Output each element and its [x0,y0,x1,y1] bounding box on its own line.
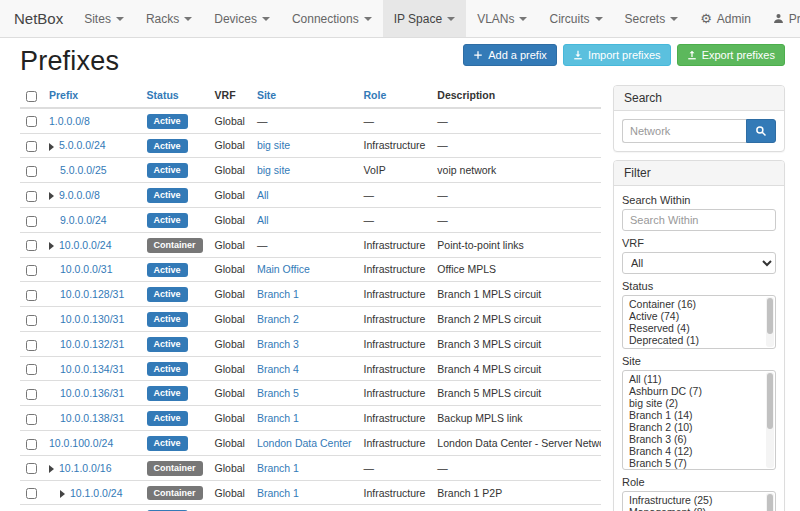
site-link[interactable]: All [257,189,269,201]
site-link[interactable]: Branch 1 [257,462,299,474]
row-checkbox[interactable] [26,191,37,202]
site-label: Site [622,355,776,368]
nav-item-secrets[interactable]: Secrets [614,0,690,37]
listbox-scrollbar[interactable] [766,372,774,468]
vrf-select[interactable]: All [622,252,776,274]
vrf-cell: Global [209,282,251,307]
prefix-link[interactable]: 10.0.0.0/24 [59,239,112,251]
row-checkbox[interactable] [26,166,37,177]
site-link[interactable]: Branch 2 [257,313,299,325]
site-link[interactable]: big site [257,164,290,176]
site-link[interactable]: All [257,214,269,226]
listbox-option[interactable]: Management (8) [623,506,775,511]
row-checkbox[interactable] [26,290,37,301]
listbox-option[interactable]: Branch 2 (10) [623,421,775,433]
prefix-link[interactable]: 10.0.0.136/31 [60,387,124,399]
prefix-link[interactable]: 10.0.0.128/31 [60,288,124,300]
row-checkbox[interactable] [26,116,37,127]
prefix-link[interactable]: 10.0.0.0/31 [60,263,113,275]
row-checkbox[interactable] [26,216,37,227]
column-header-status[interactable]: Status [141,85,209,108]
site-listbox[interactable]: All (11)Ashburn DC (7)big site (2)Branch… [622,370,776,470]
listbox-option[interactable]: Branch 1 (14) [623,409,775,421]
nav-item-circuits[interactable]: Circuits [538,0,613,37]
column-header-site[interactable]: Site [251,85,358,108]
role-cell: Infrastructure [358,307,432,332]
site-link[interactable]: Branch 4 [257,363,299,375]
row-checkbox[interactable] [26,240,37,251]
prefix-link[interactable]: 10.0.0.130/31 [60,313,124,325]
prefix-link[interactable]: 10.0.100.0/24 [49,437,113,449]
listbox-option[interactable]: Infrastructure (25) [623,494,775,506]
listbox-option[interactable]: Container (16) [623,298,775,310]
prefix-link[interactable]: 10.0.0.134/31 [60,363,124,375]
listbox-option[interactable]: Active (74) [623,310,775,322]
listbox-option[interactable]: Reserved (4) [623,322,775,334]
nav-item-sites[interactable]: Sites [73,0,135,37]
description-cell: Branch 5 MPLS circuit [431,381,601,406]
site-link[interactable]: London Data Center [257,437,352,449]
prefix-link[interactable]: 9.0.0.0/8 [59,189,100,201]
nav-item-ip-space[interactable]: IP Space [383,0,466,37]
nav-item-racks[interactable]: Racks [135,0,203,37]
listbox-option[interactable]: COLO-1 (4) [623,469,775,470]
site-link[interactable]: Branch 5 [257,387,299,399]
add-a-prefix-button[interactable]: Add a prefix [463,44,557,66]
search-input[interactable] [622,119,746,143]
row-checkbox[interactable] [26,340,37,351]
row-checkbox[interactable] [26,141,37,152]
listbox-scrollbar[interactable] [766,297,774,347]
row-checkbox[interactable] [26,463,37,474]
nav-item-connections[interactable]: Connections [281,0,383,37]
site-link[interactable]: Branch 1 [257,288,299,300]
site-link[interactable]: Branch 3 [257,338,299,350]
search-within-input[interactable] [622,209,776,231]
row-checkbox[interactable] [26,439,37,450]
prefix-link[interactable]: 10.0.0.138/31 [60,412,124,424]
listbox-option[interactable]: Deprecated (1) [623,334,775,346]
nav-item-profile[interactable]: Profile [762,0,800,37]
scrollbar-thumb[interactable] [767,494,773,511]
prefix-link[interactable]: 10.1.0.0/16 [59,462,112,474]
column-header-role[interactable]: Role [358,85,432,108]
column-header-prefix[interactable]: Prefix [43,85,141,108]
listbox-option[interactable]: Branch 4 (12) [623,445,775,457]
nav-item-admin[interactable]: ⚙Admin [689,0,762,37]
prefix-link[interactable]: 5.0.0.0/24 [59,139,106,151]
listbox-option[interactable]: Ashburn DC (7) [623,385,775,397]
prefix-link[interactable]: 9.0.0.0/24 [60,214,107,226]
scrollbar-thumb[interactable] [767,298,773,334]
export-prefixes-button[interactable]: Export prefixes [677,44,785,66]
listbox-scrollbar[interactable] [766,493,774,511]
row-checkbox[interactable] [26,488,37,499]
prefix-link[interactable]: 5.0.0.0/25 [60,164,107,176]
row-checkbox[interactable] [26,389,37,400]
prefix-link[interactable]: 10.0.0.132/31 [60,338,124,350]
listbox-option[interactable]: Branch 5 (7) [623,457,775,469]
site-link[interactable]: Main Office [257,263,310,275]
row-checkbox[interactable] [26,364,37,375]
select-all-checkbox[interactable] [26,91,37,102]
listbox-option[interactable]: big site (2) [623,397,775,409]
import-prefixes-button[interactable]: Import prefixes [563,44,671,66]
status-listbox[interactable]: Container (16)Active (74)Reserved (4)Dep… [622,295,776,349]
nav-item-devices[interactable]: Devices [203,0,281,37]
description-cell: Branch 4 MPLS circuit [431,356,601,381]
nav-item-vlans[interactable]: VLANs [466,0,538,37]
filter-panel-title: Filter [614,161,784,186]
site-link[interactable]: big site [257,139,290,151]
prefix-link[interactable]: 10.1.0.0/24 [70,487,123,499]
prefix-link[interactable]: 1.0.0.0/8 [49,115,90,127]
site-link[interactable]: Branch 1 [257,487,299,499]
listbox-option[interactable]: All (11) [623,373,775,385]
row-checkbox[interactable] [26,315,37,326]
row-checkbox[interactable] [26,265,37,276]
app-logo[interactable]: NetBox [0,0,73,37]
top-navbar: NetBox SitesRacksDevicesConnectionsIP Sp… [0,0,800,38]
row-checkbox[interactable] [26,414,37,425]
role-listbox[interactable]: Infrastructure (25)Management (8)Private… [622,491,776,511]
site-link[interactable]: Branch 1 [257,412,299,424]
scrollbar-thumb[interactable] [767,373,773,429]
listbox-option[interactable]: Branch 3 (6) [623,433,775,445]
search-button[interactable] [746,119,776,143]
